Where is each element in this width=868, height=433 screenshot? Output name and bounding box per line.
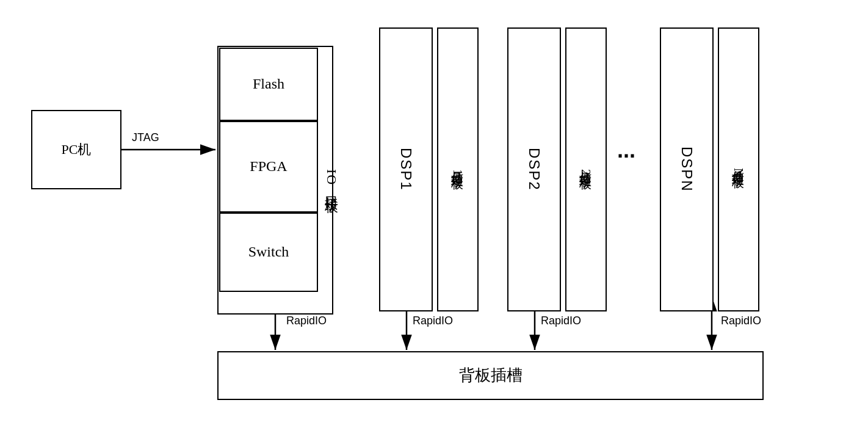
dsp1-box: DSP1 [379,27,433,311]
dspN-box: DSPN [660,27,714,311]
pc-box: PC机 [31,110,121,189]
dsp2-box: DSP2 [507,27,561,311]
dots-label: ··· [617,144,635,169]
signal2-label: 信号处理子板2 [578,162,595,176]
switch-label: Switch [248,244,289,260]
fpga-box: FPGA [219,121,318,213]
dsp2-label: DSP2 [526,148,543,191]
pc-label: PC机 [62,140,92,159]
backplane-label: 背板插槽 [459,365,523,386]
signal1-label: 信号处理子板1 [450,162,466,176]
dspN-label: DSPN [678,147,695,192]
flash-box: Flash [219,48,318,121]
jtag-label: JTAG [132,131,159,144]
io-board-label: IO接口子板 [319,70,344,290]
flash-label: Flash [253,76,284,92]
architecture-diagram: PC机 JTAG IO接口子板 Flash FPGA Switch RapidI… [13,9,855,424]
rapidio-label-2: RapidIO [413,315,453,327]
dsp1-label: DSP1 [397,148,414,191]
signalN-box: 信号处理子板N [718,27,759,311]
rapidio-label-1: RapidIO [286,315,327,327]
signal1-box: 信号处理子板1 [437,27,479,311]
signalN-label: 信号处理子板N [731,161,747,178]
rapidio-label-3: RapidIO [541,315,581,327]
signal2-box: 信号处理子板2 [565,27,607,311]
fpga-label: FPGA [250,158,287,175]
switch-box: Switch [219,213,318,292]
rapidio-label-4: RapidIO [721,315,761,327]
backplane-box: 背板插槽 [217,351,764,400]
